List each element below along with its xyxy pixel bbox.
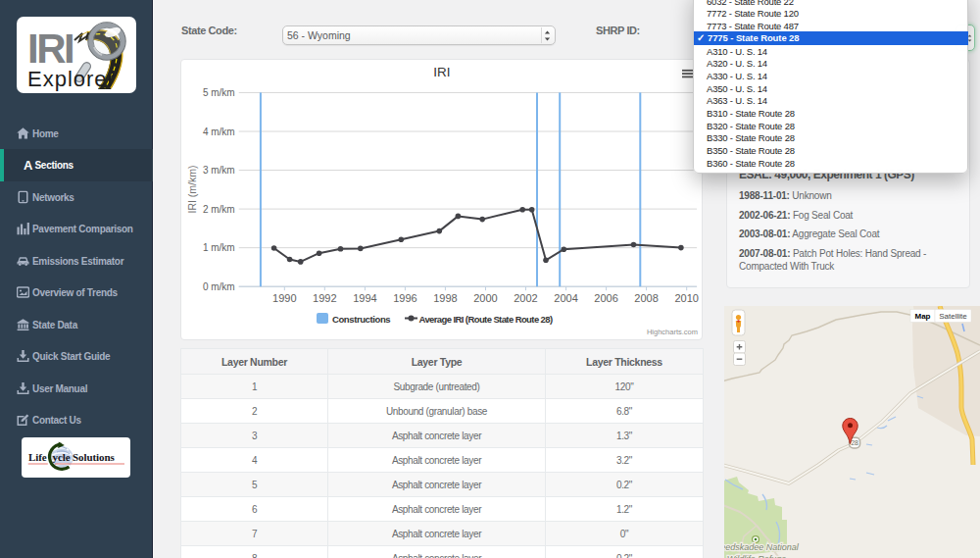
svg-text:1992: 1992 <box>313 292 336 304</box>
svg-text:3 m/km: 3 m/km <box>203 165 235 176</box>
svg-text:ycle Solutions: ycle Solutions <box>52 451 115 463</box>
svg-text:Highcharts.com: Highcharts.com <box>647 328 698 336</box>
svg-text:Constructions: Constructions <box>332 314 390 325</box>
svg-text:1998: 1998 <box>433 292 457 304</box>
svg-text:IRI (m/km): IRI (m/km) <box>186 166 198 214</box>
svg-text:Map: Map <box>915 312 931 321</box>
svg-text:2008: 2008 <box>634 292 658 304</box>
svg-text:1990: 1990 <box>272 292 296 304</box>
svg-text:Satellite: Satellite <box>939 312 967 321</box>
svg-text:Average IRI (Route State Route: Average IRI (Route State Route 28) <box>419 314 553 325</box>
svg-text:2004: 2004 <box>554 292 577 304</box>
svg-text:IRI: IRI <box>433 65 450 79</box>
svg-text:Explorer: Explorer <box>27 67 116 91</box>
svg-text:2 m/km: 2 m/km <box>203 204 235 215</box>
svg-text:1 m/km: 1 m/km <box>203 242 235 253</box>
svg-text:5 m/km: 5 m/km <box>203 87 235 98</box>
svg-text:2006: 2006 <box>594 292 617 304</box>
svg-text:0 m/km: 0 m/km <box>203 281 235 292</box>
svg-text:1994: 1994 <box>353 292 376 304</box>
svg-text:Wildlife Refuge: Wildlife Refuge <box>727 554 786 558</box>
svg-text:IRI: IRI <box>27 25 73 72</box>
svg-text:Life: Life <box>28 451 47 463</box>
svg-text:Seedskadee National: Seedskadee National <box>724 542 800 552</box>
svg-text:2010: 2010 <box>674 292 698 304</box>
svg-text:4 m/km: 4 m/km <box>203 127 235 137</box>
svg-text:2000: 2000 <box>473 292 497 304</box>
svg-text:2002: 2002 <box>514 292 537 304</box>
svg-text:1996: 1996 <box>393 292 416 304</box>
svg-text:A: A <box>24 159 33 172</box>
svg-text:28: 28 <box>851 439 858 446</box>
